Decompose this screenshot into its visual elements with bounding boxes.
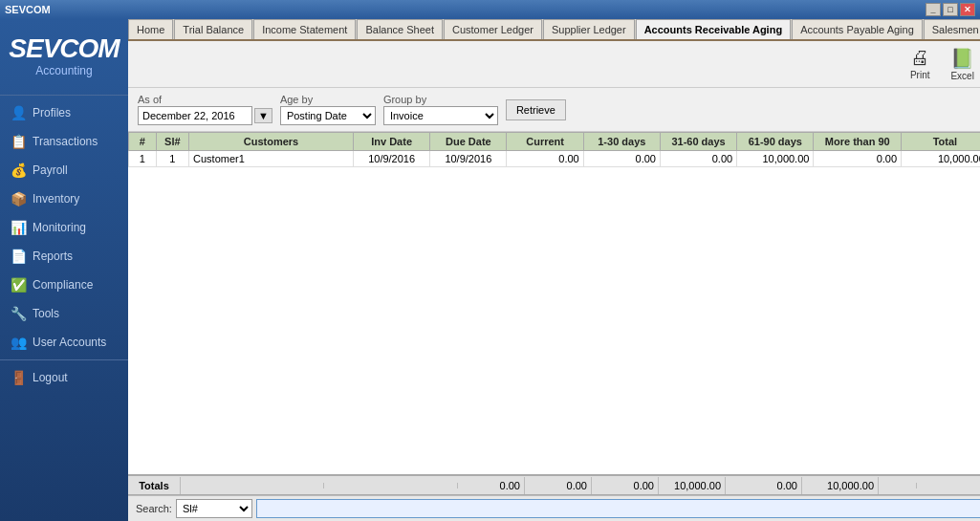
user-accounts-icon: 👥 <box>10 334 27 351</box>
col-sl: Sl# <box>156 133 188 151</box>
calendar-button[interactable]: ▼ <box>254 108 272 123</box>
table-header-row: # Sl# Customers Inv Date Due Date Curren… <box>129 133 981 151</box>
as-of-group: As of ▼ <box>138 94 272 125</box>
cell-due-date: 10/9/2016 <box>430 151 507 167</box>
tab-ar-aging[interactable]: Accounts Receivable Aging <box>636 19 791 41</box>
maximize-btn[interactable]: □ <box>943 3 958 16</box>
tab-balance-sheet[interactable]: Balance Sheet <box>357 19 443 39</box>
cell-more-90: 0.00 <box>814 151 902 167</box>
group-by-group: Group by Invoice Customer <box>383 94 498 125</box>
window-controls: _ □ ✕ <box>926 3 975 16</box>
tab-ap-aging[interactable]: Accounts Payable Aging <box>792 19 923 39</box>
content-area: Home Trial Balance Income Statement Bala… <box>128 19 980 521</box>
tab-home[interactable]: Home <box>128 19 173 39</box>
sidebar-item-monitoring[interactable]: 📊 Monitoring <box>0 213 128 242</box>
minimize-btn[interactable]: _ <box>926 3 941 16</box>
search-label: Search: <box>136 503 172 514</box>
toolbar: 🖨 Print 📗 Excel ❌ Close <box>128 41 980 88</box>
age-by-group: Age by Posting Date Due Date <box>280 94 376 125</box>
sidebar-item-profiles[interactable]: 👤 Profiles <box>0 98 128 127</box>
sidebar-label-monitoring: Monitoring <box>33 221 86 234</box>
col-customers: Customers <box>189 133 354 151</box>
search-select[interactable]: Sl# Customer Inv Date <box>176 499 252 518</box>
payroll-icon: 💰 <box>10 162 27 179</box>
table-container: # Sl# Customers Inv Date Due Date Curren… <box>128 132 980 474</box>
app-title: SEVCOM <box>5 4 51 15</box>
as-of-input[interactable] <box>138 106 252 125</box>
col-inv-date: Inv Date <box>354 133 430 151</box>
ar-aging-table: # Sl# Customers Inv Date Due Date Curren… <box>128 132 980 167</box>
close-window-btn[interactable]: ✕ <box>960 3 975 16</box>
sidebar-item-transactions[interactable]: 📋 Transactions <box>0 127 128 156</box>
transactions-icon: 📋 <box>10 133 27 150</box>
filter-bar: As of ▼ Age by Posting Date Due Date Gro… <box>128 88 980 132</box>
sidebar-label-profiles: Profiles <box>33 106 71 119</box>
sidebar-label-tools: Tools <box>33 307 59 320</box>
inventory-icon: 📦 <box>10 190 27 207</box>
tab-supplier-ledger[interactable]: Supplier Ledger <box>543 19 635 39</box>
cell-customer: Customer1 <box>189 151 354 167</box>
sidebar-label-transactions: Transactions <box>33 135 98 148</box>
sidebar-divider <box>0 95 128 96</box>
sidebar-item-logout[interactable]: 🚪 Logout <box>0 363 128 392</box>
sidebar: SEVCOM Accounting 👤 Profiles 📋 Transacti… <box>0 19 128 521</box>
cell-1-30: 0.00 <box>583 151 660 167</box>
col-31-60: 31-60 days <box>660 133 736 151</box>
reports-icon: 📄 <box>10 248 27 265</box>
age-by-label: Age by <box>280 94 376 105</box>
sidebar-item-compliance[interactable]: ✅ Compliance <box>0 271 128 299</box>
logo-text: SEVCOM <box>9 33 119 64</box>
tab-salesman-incentive[interactable]: Salesmen Incentive <box>924 19 980 39</box>
as-of-label: As of <box>138 94 272 105</box>
table-body: 1 1 Customer1 10/9/2016 10/9/2016 0.00 0… <box>129 151 981 167</box>
group-by-label: Group by <box>383 94 498 105</box>
logout-icon: 🚪 <box>10 369 27 386</box>
print-button[interactable]: 🖨 Print <box>901 45 939 83</box>
date-wrapper: ▼ <box>138 106 272 125</box>
search-bar: Search: Sl# Customer Inv Date <box>128 495 980 521</box>
search-input[interactable] <box>256 499 980 518</box>
sidebar-item-inventory[interactable]: 📦 Inventory <box>0 185 128 213</box>
tab-trial-balance[interactable]: Trial Balance <box>174 19 252 39</box>
totals-total: 10,000.00 <box>802 477 879 494</box>
sidebar-label-compliance: Compliance <box>33 278 93 292</box>
excel-button[interactable]: 📗 Excel <box>943 45 980 83</box>
sidebar-item-reports[interactable]: 📄 Reports <box>0 242 128 271</box>
age-by-select[interactable]: Posting Date Due Date <box>280 106 376 125</box>
compliance-icon: ✅ <box>10 276 27 293</box>
totals-dates <box>324 483 458 488</box>
monitoring-icon: 📊 <box>10 219 27 236</box>
col-due-date: Due Date <box>430 133 507 151</box>
table-row: 1 1 Customer1 10/9/2016 10/9/2016 0.00 0… <box>129 151 981 167</box>
title-bar: SEVCOM _ □ ✕ <box>0 0 980 19</box>
logo-subtitle: Accounting <box>35 64 92 77</box>
profiles-icon: 👤 <box>10 104 27 121</box>
totals-1-30: 0.00 <box>525 477 592 494</box>
print-icon: 🖨 <box>910 47 929 69</box>
totals-31-60: 0.00 <box>592 477 659 494</box>
sidebar-label-inventory: Inventory <box>33 192 79 206</box>
tools-icon: 🔧 <box>10 305 27 322</box>
sidebar-item-user-accounts[interactable]: 👥 User Accounts <box>0 328 128 357</box>
col-1-30: 1-30 days <box>583 133 660 151</box>
group-by-select[interactable]: Invoice Customer <box>383 106 498 125</box>
print-label: Print <box>910 70 930 80</box>
cell-61-90: 10,000.00 <box>737 151 814 167</box>
tab-customer-ledger[interactable]: Customer Ledger <box>444 19 542 39</box>
tab-bar: Home Trial Balance Income Statement Bala… <box>128 19 980 41</box>
sidebar-label-reports: Reports <box>33 250 73 263</box>
excel-icon: 📗 <box>950 47 974 70</box>
col-61-90: 61-90 days <box>737 133 814 151</box>
sidebar-item-tools[interactable]: 🔧 Tools <box>0 299 128 328</box>
col-total: Total <box>902 133 980 151</box>
sidebar-item-payroll[interactable]: 💰 Payroll <box>0 156 128 185</box>
col-num: # <box>129 133 157 151</box>
retrieve-button[interactable]: Retrieve <box>506 99 566 120</box>
tab-income-statement[interactable]: Income Statement <box>253 19 356 39</box>
totals-current: 0.00 <box>458 477 525 494</box>
sidebar-label-payroll: Payroll <box>33 163 68 177</box>
sidebar-label-logout: Logout <box>33 371 68 384</box>
logo-area: SEVCOM Accounting <box>9 24 119 92</box>
totals-form <box>879 483 917 488</box>
totals-more-90: 0.00 <box>726 477 802 494</box>
